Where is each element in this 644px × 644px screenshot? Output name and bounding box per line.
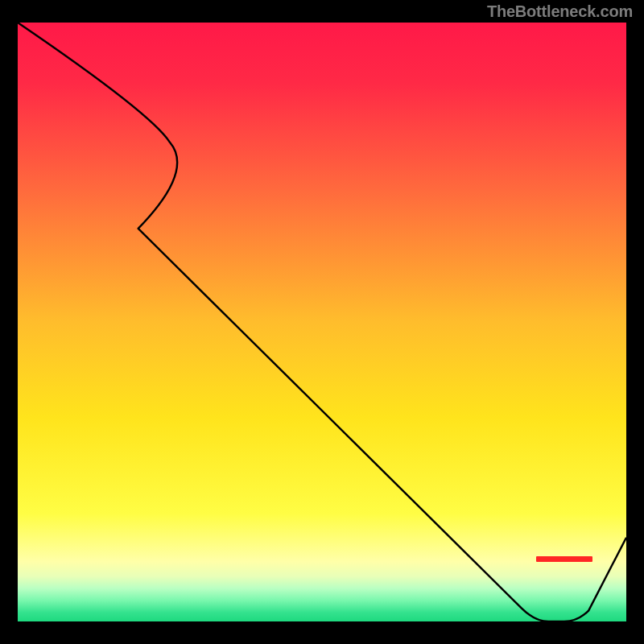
attribution-text: TheBottleneck.com	[487, 2, 633, 21]
gradient-background	[18, 23, 626, 621]
bottleneck-chart	[18, 23, 626, 621]
chart-container: TheBottleneck.com	[0, 0, 644, 644]
optimal-marker	[536, 556, 592, 562]
